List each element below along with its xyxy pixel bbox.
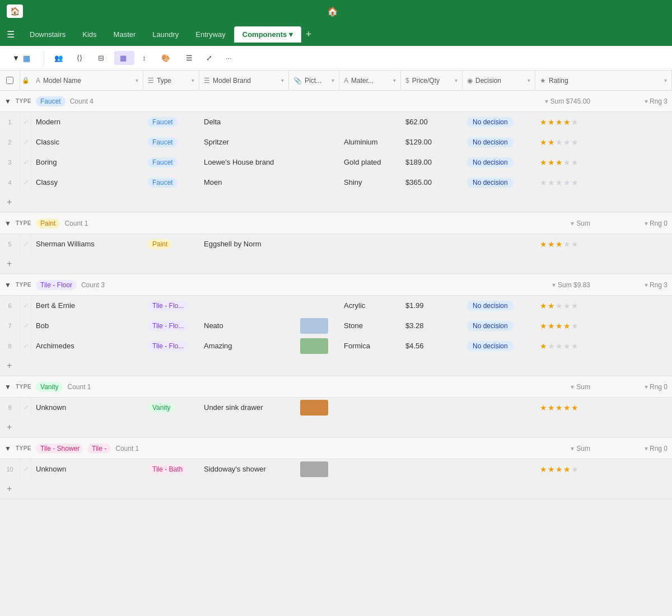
row-cell-price[interactable]: $189.00	[401, 152, 463, 172]
row-expand-icon[interactable]: ⤢	[20, 465, 31, 473]
row-cell-brand[interactable]: Neato	[199, 316, 289, 335]
people-button[interactable]: 👥	[49, 51, 69, 65]
row-cell-type[interactable]: Faucet	[143, 132, 199, 152]
add-row-button-tile-shower[interactable]: +	[0, 479, 672, 498]
row-cell-price[interactable]	[401, 398, 463, 417]
sort-button[interactable]: ↕	[137, 52, 153, 65]
row-cell-material[interactable]: Formica	[339, 336, 401, 356]
row-cell-rating[interactable]: ★★★★★	[535, 316, 672, 335]
group-toggle-tile-floor[interactable]: ▼	[4, 281, 11, 289]
row-cell-type[interactable]: Vanity	[143, 398, 199, 417]
row-cell-type[interactable]: Tile - Flo...	[143, 296, 199, 315]
row-cell-material[interactable]	[339, 112, 401, 132]
tab-master[interactable]: Master	[105, 26, 144, 42]
add-row-button-tile-floor[interactable]: +	[0, 356, 672, 375]
view-selector[interactable]: ▼ ▦	[7, 51, 39, 66]
row-cell-model-name[interactable]: Unknown	[31, 459, 143, 479]
row-cell-material[interactable]	[339, 234, 401, 254]
export-button[interactable]: ⤢	[200, 51, 218, 65]
row-cell-price[interactable]: $129.00	[401, 132, 463, 152]
table-row[interactable]: 10 ⤢ Unknown Tile - Bath Siddoway's show…	[0, 459, 672, 479]
row-cell-brand[interactable]: Loewe's House brand	[199, 152, 289, 172]
row-expand-icon[interactable]: ⤢	[20, 179, 31, 186]
tab-laundry[interactable]: Laundry	[144, 26, 187, 42]
add-row-button-faucet[interactable]: +	[0, 193, 672, 212]
row-expand-icon[interactable]: ⤢	[20, 240, 31, 248]
filter-button[interactable]: ⊟	[92, 51, 112, 65]
group-toggle-tile-shower[interactable]: ▼	[4, 445, 11, 452]
col-header-model-name[interactable]: A Model Name ▾	[31, 71, 143, 90]
col-header-price[interactable]: $ Price/Qty ▾	[401, 71, 463, 90]
row-cell-rating[interactable]: ★★★★★	[535, 336, 672, 356]
row-cell-model-name[interactable]: Unknown	[31, 398, 143, 417]
row-cell-price[interactable]: $1.99	[401, 296, 463, 315]
row-cell-model-name[interactable]: Bob	[31, 316, 143, 335]
row-cell-model-name[interactable]: Archimedes	[31, 336, 143, 356]
table-row[interactable]: 2 ⤢ Classic Faucet Spritzer Aluminium $1…	[0, 132, 672, 152]
table-row[interactable]: 9 ⤢ Unknown Vanity Under sink drawer ★★★…	[0, 398, 672, 418]
col-header-picture[interactable]: 📎 Pict... ▾	[289, 71, 339, 90]
row-cell-picture[interactable]	[289, 296, 339, 315]
row-cell-rating[interactable]: ★★★★★	[535, 152, 672, 172]
row-cell-rating[interactable]: ★★★★★	[535, 296, 672, 315]
row-cell-brand[interactable]: Siddoway's shower	[199, 459, 289, 479]
row-cell-material[interactable]: Aluminium	[339, 132, 401, 152]
row-cell-picture[interactable]	[289, 316, 339, 335]
row-cell-type[interactable]: Faucet	[143, 112, 199, 132]
row-cell-material[interactable]: Stone	[339, 316, 401, 335]
group-toggle-paint[interactable]: ▼	[4, 220, 11, 227]
row-expand-icon[interactable]: ⤢	[20, 118, 31, 125]
select-all-checkbox[interactable]	[6, 77, 13, 84]
row-cell-decision[interactable]: No decision	[463, 336, 535, 356]
row-cell-decision[interactable]	[463, 234, 535, 254]
row-cell-model-name[interactable]: Boring	[31, 152, 143, 172]
col-header-material[interactable]: A Mater... ▾	[339, 71, 401, 90]
row-cell-decision[interactable]: No decision	[463, 152, 535, 172]
row-cell-picture[interactable]	[289, 234, 339, 254]
row-cell-type[interactable]: Faucet	[143, 152, 199, 172]
table-row[interactable]: 1 ⤢ Modern Faucet Delta $62.00 No decisi…	[0, 112, 672, 132]
row-cell-picture[interactable]	[289, 459, 339, 479]
row-expand-icon[interactable]: ⤢	[20, 158, 31, 166]
row-cell-decision[interactable]	[463, 398, 535, 417]
add-tab-button[interactable]: +	[301, 27, 316, 41]
group-button[interactable]: ▦	[114, 51, 134, 65]
row-cell-model-name[interactable]: Sherman Williams	[31, 234, 143, 254]
table-row[interactable]: 4 ⤢ Classy Faucet Moen Shiny $365.00 No …	[0, 172, 672, 193]
add-row-button-paint[interactable]: +	[0, 254, 672, 273]
row-cell-type[interactable]: Tile - Bath	[143, 459, 199, 479]
table-row[interactable]: 6 ⤢ Bert & Ernie Tile - Flo... Acrylic $…	[0, 296, 672, 316]
row-cell-rating[interactable]: ★★★★★	[535, 132, 672, 152]
row-cell-brand[interactable]: Eggshell by Norm	[199, 234, 289, 254]
row-expand-icon[interactable]: ⤢	[20, 302, 31, 309]
row-cell-decision[interactable]: No decision	[463, 316, 535, 335]
row-expand-icon[interactable]: ⤢	[20, 404, 31, 411]
row-cell-rating[interactable]: ★★★★★	[535, 112, 672, 132]
row-expand-icon[interactable]: ⤢	[20, 138, 31, 146]
row-cell-rating[interactable]: ★★★★★	[535, 459, 672, 479]
row-expand-icon[interactable]: ⤢	[20, 322, 31, 329]
group-toggle-faucet[interactable]: ▼	[4, 97, 11, 105]
row-cell-material[interactable]: Acrylic	[339, 296, 401, 315]
row-cell-brand[interactable]: Under sink drawer	[199, 398, 289, 417]
row-cell-picture[interactable]	[289, 398, 339, 417]
row-cell-type[interactable]: Tile - Flo...	[143, 336, 199, 356]
hamburger-menu[interactable]: ☰	[4, 27, 17, 42]
col-header-decision[interactable]: ◉ Decision ▾	[463, 71, 535, 90]
row-cell-brand[interactable]	[199, 296, 289, 315]
header-checkbox-cell[interactable]	[0, 71, 20, 90]
row-cell-brand[interactable]: Delta	[199, 112, 289, 132]
row-cell-model-name[interactable]: Bert & Ernie	[31, 296, 143, 315]
row-cell-picture[interactable]	[289, 112, 339, 132]
row-cell-decision[interactable]: No decision	[463, 296, 535, 315]
row-cell-material[interactable]: Shiny	[339, 172, 401, 192]
tab-components[interactable]: Components ▾	[234, 26, 301, 43]
row-cell-brand[interactable]: Moen	[199, 172, 289, 192]
rows-button[interactable]: ☰	[180, 51, 198, 65]
row-expand-icon[interactable]: ⤢	[20, 342, 31, 349]
row-cell-picture[interactable]	[289, 132, 339, 152]
table-row[interactable]: 7 ⤢ Bob Tile - Flo... Neato Stone $3.28 …	[0, 316, 672, 336]
row-cell-material[interactable]	[339, 398, 401, 417]
row-cell-price[interactable]	[401, 459, 463, 479]
col-header-type[interactable]: ☰ Type ▾	[143, 71, 199, 90]
